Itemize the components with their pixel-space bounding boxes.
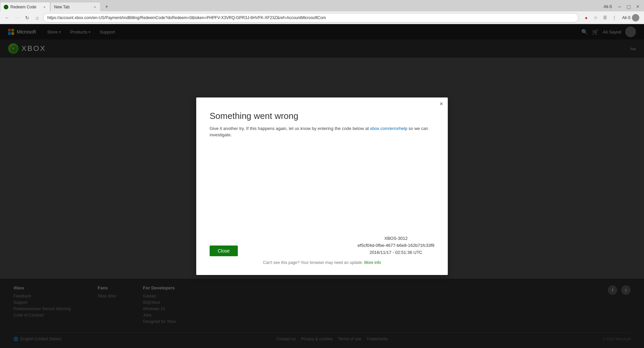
- modal-browser-note: Can't see this page? Your browser may ne…: [210, 260, 434, 265]
- maximize-btn[interactable]: ▢: [625, 4, 633, 9]
- tab-new-close[interactable]: ×: [93, 5, 97, 9]
- tab-redeem-title: Redeem Code: [10, 5, 41, 9]
- forward-button[interactable]: →: [13, 13, 21, 22]
- refresh-button[interactable]: ↻: [23, 13, 32, 22]
- browser-toolbar: ← → ↻ ⌂ https://account.xbox.com/en-US/P…: [0, 11, 644, 24]
- extensions-icon[interactable]: ●: [582, 13, 591, 22]
- browser-note-text: Can't see this page? Your browser may ne…: [263, 260, 363, 265]
- error-modal: × Something went wrong Give it another t…: [196, 97, 448, 275]
- new-tab-button[interactable]: +: [102, 2, 111, 11]
- modal-footer: Close XBOS-3012 ef5cf04d-0fbe-4677-b6e8-…: [210, 228, 434, 256]
- tab-redeem[interactable]: Redeem Code ×: [0, 2, 50, 11]
- modal-backdrop: × Something went wrong Give it another t…: [0, 24, 644, 348]
- tab-redeem-close[interactable]: ×: [43, 5, 47, 9]
- home-button[interactable]: ⌂: [33, 13, 42, 22]
- minimize-btn[interactable]: –: [616, 4, 623, 9]
- errorhelp-link[interactable]: xbox.com/errorhelp: [370, 126, 407, 131]
- error-code: XBOS-3012: [358, 235, 434, 242]
- browser-user-avatar: [632, 14, 639, 21]
- more-info-link[interactable]: More info: [364, 260, 381, 265]
- browser-window-controls: Ali-S – ▢ ×: [601, 2, 644, 11]
- modal-description: Give it another try. If this happens aga…: [210, 125, 434, 138]
- close-window-btn[interactable]: ×: [634, 4, 641, 9]
- browser-chrome: Redeem Code × New Tab × + Ali-S – ▢ × ← …: [0, 0, 644, 24]
- tab-new-title: New Tab: [54, 5, 91, 9]
- tab-bar: Redeem Code × New Tab × + Ali-S – ▢ ×: [0, 0, 644, 11]
- page-background: Microsoft Store ▾ Products ▾ Support 🔍 🛒…: [0, 24, 644, 348]
- url-input[interactable]: https://account.xbox.com/en-US/PaymentAn…: [47, 15, 574, 20]
- user-badge-browser: Ali-S: [603, 4, 612, 9]
- modal-title: Something went wrong: [210, 111, 434, 121]
- tab-new[interactable]: New Tab ×: [50, 2, 101, 11]
- modal-body: [210, 138, 434, 222]
- more-tools-icon[interactable]: ⋮: [610, 13, 619, 22]
- toolbar-actions: ● ☆ ☰ ⋮: [582, 13, 619, 22]
- browser-user-name: Ali-S: [622, 15, 631, 20]
- modal-description-text: Give it another try. If this happens aga…: [210, 126, 370, 131]
- browser-user-badge[interactable]: Ali-S: [620, 13, 641, 22]
- error-guid: ef5cf04d-0fbe-4677-b6e8-162b71fc33f9: [358, 242, 434, 249]
- error-timestamp: 2016/11/17 - 02:51:36 UTC: [358, 249, 434, 256]
- back-button[interactable]: ←: [3, 13, 11, 22]
- close-button[interactable]: Close: [210, 246, 238, 256]
- error-info: XBOS-3012 ef5cf04d-0fbe-4677-b6e8-162b71…: [358, 235, 434, 256]
- reading-list-icon[interactable]: ☰: [601, 13, 609, 22]
- tab-favicon-redeem: [4, 5, 8, 9]
- star-icon[interactable]: ☆: [591, 13, 600, 22]
- modal-close-button[interactable]: ×: [439, 101, 443, 107]
- address-bar[interactable]: https://account.xbox.com/en-US/PaymentAn…: [43, 13, 579, 22]
